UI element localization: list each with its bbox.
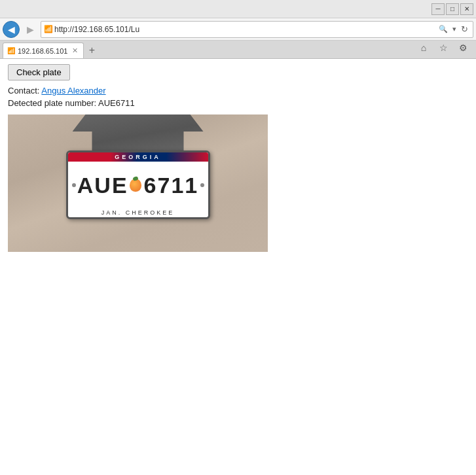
tab-item[interactable]: 📶 192.168.65.101 ✕ [3,43,84,58]
contact-line: Contact: Angus Alexander [8,86,468,96]
forward-button[interactable]: ▶ [21,20,39,39]
plate-image: GEORGIA AUE 6711 JAN. CHEROKEE [8,114,268,252]
plate-county: JAN. CHEROKEE [101,209,175,216]
window-controls: ─ □ ✕ [431,3,473,15]
tab-bar: 📶 192.168.65.101 ✕ + [0,41,476,59]
plate-number-left: AUE [77,173,128,198]
plate-bolt-left [72,183,76,187]
browser-toolbar: ⌂ ☆ ⚙ [414,37,476,59]
contact-link[interactable]: Angus Alexander [41,86,105,96]
site-icon: 📶 [44,25,53,33]
peach-leaf [132,175,139,181]
address-actions: 🔍 ▾ ↻ [437,24,470,35]
tab-close-button[interactable]: ✕ [70,46,79,56]
minimize-button[interactable]: ─ [431,3,445,15]
plate-number: AUE 6711 [77,173,198,198]
title-bar: ─ □ ✕ [0,0,476,18]
tab-label: 192.168.65.101 [18,47,67,55]
address-bar[interactable]: 📶 http://192.168.65.101/Lu 🔍 ▾ ↻ [41,21,473,38]
check-plate-button[interactable]: Check plate [8,64,70,80]
search-button[interactable]: 🔍 [437,24,450,34]
back-button[interactable]: ◀ [3,21,20,38]
nav-wrapper: ◀ ▶ 📶 http://192.168.65.101/Lu 🔍 ▾ ↻ ⌂ ☆… [0,18,476,41]
favorites-button[interactable]: ☆ [434,39,452,57]
plate-main: AUE 6711 [68,162,208,209]
tab-favicon: 📶 [7,47,15,54]
plate-state-banner: GEORGIA [68,152,208,162]
home-button[interactable]: ⌂ [414,39,433,57]
new-tab-button[interactable]: + [84,43,100,58]
refresh-button[interactable]: ↻ [459,24,470,35]
plate-number-right: 6711 [144,173,199,198]
close-button[interactable]: ✕ [460,3,473,15]
plate-peach [130,179,143,193]
address-text: http://192.168.65.101/Lu [54,25,435,34]
nav-bar: ◀ ▶ 📶 http://192.168.65.101/Lu 🔍 ▾ ↻ [0,18,476,41]
license-plate: GEORGIA AUE 6711 JAN. CHEROKEE [66,150,210,219]
contact-prefix: Contact: [8,86,41,96]
plate-bolt-right [200,183,204,187]
peach-circle [130,179,141,192]
plate-detection-line: Detected plate number: AUE6711 [8,98,468,108]
page-content: Check plate Contact: Angus Alexander Det… [0,59,476,475]
settings-button[interactable]: ⚙ [454,39,472,57]
dropdown-button[interactable]: ▾ [450,24,458,34]
maximize-button[interactable]: □ [446,3,459,15]
